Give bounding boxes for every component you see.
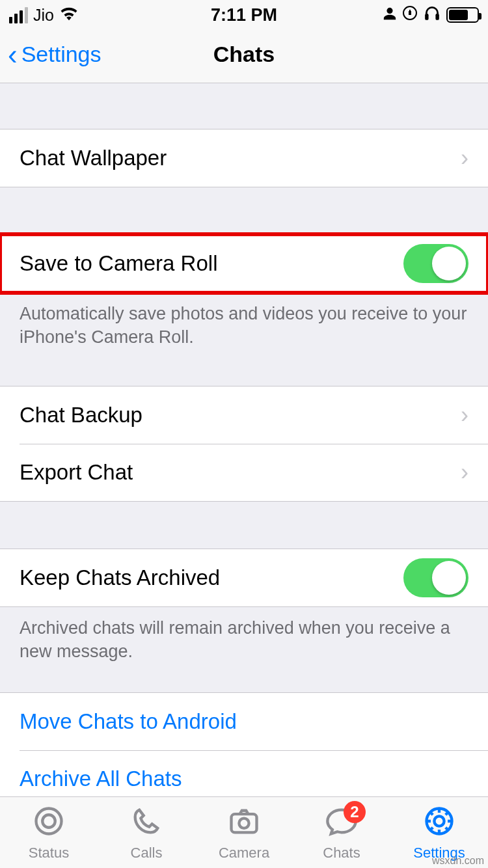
tab-label: Status xyxy=(29,845,69,861)
row-label: Chat Backup xyxy=(20,403,142,427)
chevron-right-icon: › xyxy=(461,459,468,486)
toggle-save-camera-roll[interactable] xyxy=(403,244,468,283)
row-keep-archived[interactable]: Keep Chats Archived xyxy=(0,549,488,606)
wifi-icon xyxy=(59,5,79,25)
tab-label: Calls xyxy=(131,845,163,861)
spacer xyxy=(0,349,488,386)
footer-note-camera-roll: Automatically save photos and videos you… xyxy=(0,293,488,349)
group-save-camera-roll: Save to Camera Roll xyxy=(0,234,488,293)
chevron-right-icon: › xyxy=(461,144,468,172)
svg-point-4 xyxy=(42,815,55,828)
tab-calls[interactable]: Calls xyxy=(98,797,195,868)
spacer xyxy=(0,187,488,234)
row-archive-all[interactable]: Archive All Chats xyxy=(0,750,488,796)
tab-camera[interactable]: Camera xyxy=(195,797,293,868)
chevron-right-icon: › xyxy=(461,401,468,429)
watermark: wsxdn.com xyxy=(432,855,484,867)
headphones-icon xyxy=(423,5,441,26)
group-chat-actions: Move Chats to Android Archive All Chats … xyxy=(0,692,488,796)
status-bar: Jio 7:11 PM xyxy=(0,0,488,26)
back-button[interactable]: ‹ Settings xyxy=(0,40,102,69)
tab-label: Camera xyxy=(219,845,269,861)
gear-icon xyxy=(422,804,456,842)
row-label: Keep Chats Archived xyxy=(20,565,220,590)
row-label: Chat Wallpaper xyxy=(20,146,167,170)
camera-icon xyxy=(227,804,261,842)
battery-icon xyxy=(446,7,479,23)
row-label: Save to Camera Roll xyxy=(20,251,217,276)
phone-icon xyxy=(129,804,163,842)
row-chat-wallpaper[interactable]: Chat Wallpaper › xyxy=(0,129,488,187)
row-save-camera-roll[interactable]: Save to Camera Roll xyxy=(0,235,488,292)
svg-rect-1 xyxy=(425,14,428,20)
row-label: Move Chats to Android xyxy=(20,709,237,734)
svg-point-6 xyxy=(239,818,249,828)
svg-rect-2 xyxy=(435,14,439,20)
tab-badge: 2 xyxy=(344,801,366,823)
signal-bars-icon xyxy=(9,7,28,23)
carrier-label: Jio xyxy=(33,6,54,25)
row-export-chat[interactable]: Export Chat › xyxy=(0,444,488,501)
row-label: Archive All Chats xyxy=(20,766,182,791)
toggle-keep-archived[interactable] xyxy=(403,558,468,597)
tab-status[interactable]: Status xyxy=(0,797,98,868)
footer-note-archived: Archived chats will remain archived when… xyxy=(0,607,488,664)
row-move-android[interactable]: Move Chats to Android xyxy=(0,693,488,750)
spacer xyxy=(0,664,488,692)
svg-rect-5 xyxy=(232,814,257,832)
tab-label: Chats xyxy=(323,845,360,861)
orientation-lock-icon xyxy=(402,5,418,25)
nav-header: ‹ Settings Chats xyxy=(0,26,488,83)
svg-point-8 xyxy=(434,816,444,826)
row-chat-backup[interactable]: Chat Backup › xyxy=(0,387,488,444)
svg-point-3 xyxy=(36,808,62,834)
group-keep-archived: Keep Chats Archived xyxy=(0,549,488,607)
content-scroll[interactable]: Chat Wallpaper › Save to Camera Roll Aut… xyxy=(0,83,488,796)
spacer xyxy=(0,502,488,549)
group-wallpaper: Chat Wallpaper › xyxy=(0,129,488,187)
spacer xyxy=(0,83,488,129)
group-backup-export: Chat Backup › Export Chat › xyxy=(0,386,488,502)
status-icon xyxy=(32,804,66,842)
row-label: Export Chat xyxy=(20,460,133,485)
back-label: Settings xyxy=(21,42,102,67)
status-right xyxy=(383,5,479,26)
status-left: Jio xyxy=(9,5,79,25)
user-icon xyxy=(383,5,397,25)
chevron-left-icon: ‹ xyxy=(8,40,18,69)
tab-chats[interactable]: 2 Chats xyxy=(293,797,390,868)
tab-bar: Status Calls Camera 2 Chats Settings xyxy=(0,796,488,868)
